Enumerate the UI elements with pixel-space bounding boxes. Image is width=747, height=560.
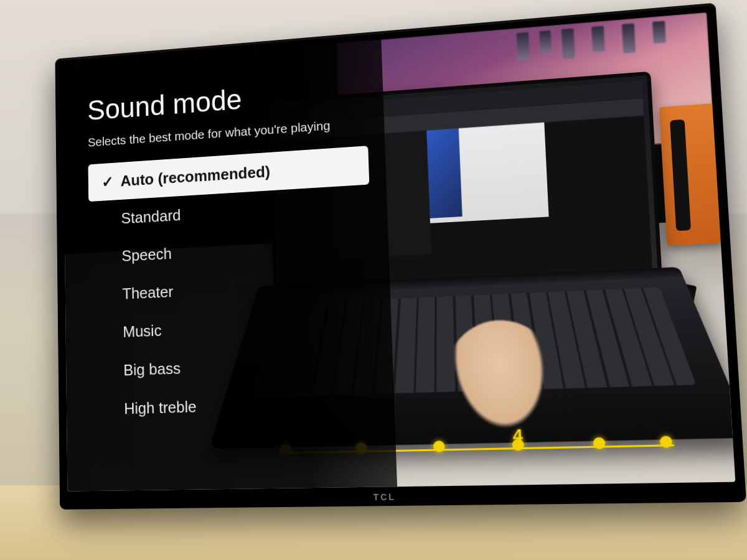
- option-label: High treble: [124, 398, 197, 418]
- option-label: Speech: [121, 245, 172, 266]
- option-label: Auto (recommended): [120, 162, 270, 190]
- option-label: Standard: [121, 206, 181, 228]
- tv-brand-label: TCL: [60, 487, 746, 506]
- tv-bezel: 4 Sound mode Selects the best mode for w…: [63, 12, 736, 492]
- tv-screen: 4 Sound mode Selects the best mode for w…: [63, 12, 736, 492]
- sound-mode-options: ✓Auto (recommended)✓Standard✓Speech✓Thea…: [88, 146, 377, 429]
- sound-mode-option[interactable]: ✓High treble: [91, 382, 378, 429]
- option-label: Theater: [122, 282, 173, 303]
- option-label: Big bass: [123, 359, 181, 380]
- sound-mode-panel: Sound mode Selects the best mode for wha…: [63, 40, 398, 492]
- option-label: Music: [123, 321, 162, 341]
- tv-frame: 4 Sound mode Selects the best mode for w…: [55, 2, 746, 509]
- check-icon: ✓: [98, 172, 118, 192]
- room-background: 4 Sound mode Selects the best mode for w…: [0, 0, 747, 560]
